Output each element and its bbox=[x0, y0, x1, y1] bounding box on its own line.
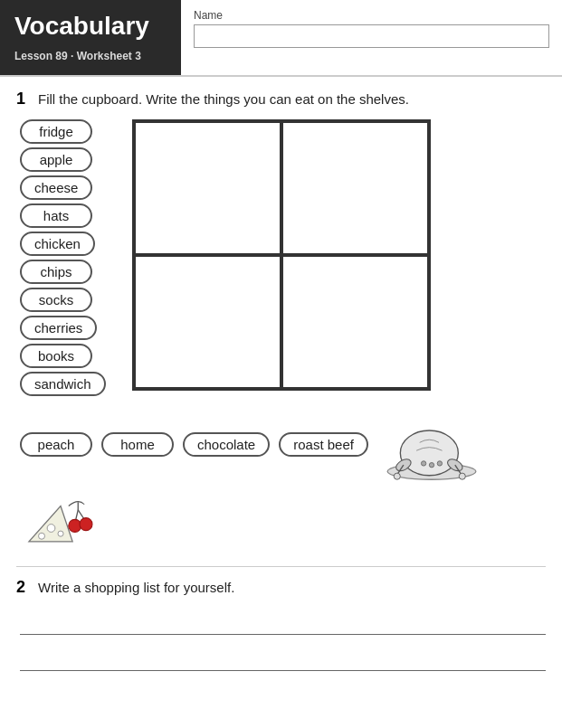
svg-point-10 bbox=[437, 461, 442, 466]
word-pill-chocolate: chocolate bbox=[183, 432, 270, 457]
word-pill-roast-beef: roast beef bbox=[279, 432, 368, 457]
question-2-header: 2 Write a shopping list for yourself. bbox=[16, 578, 546, 597]
q2-number: 2 bbox=[16, 578, 33, 597]
svg-point-4 bbox=[394, 473, 400, 479]
svg-point-9 bbox=[429, 462, 433, 467]
word-pill-books: books bbox=[20, 344, 92, 368]
page-title: Vocabulary bbox=[14, 13, 167, 41]
q1-number: 1 bbox=[16, 90, 33, 109]
header-right: Name bbox=[181, 0, 562, 75]
word-pill-apple: apple bbox=[20, 147, 92, 172]
word-pill-hats: hats bbox=[20, 203, 92, 228]
word-pill-peach: peach bbox=[20, 432, 92, 457]
word-pill-home: home bbox=[101, 432, 174, 457]
word-pill-chicken: chicken bbox=[20, 232, 95, 256]
name-input[interactable] bbox=[194, 24, 549, 48]
word-pill-fridge: fridge bbox=[20, 119, 92, 144]
word-pill-cherries: cherries bbox=[20, 316, 97, 340]
svg-point-8 bbox=[421, 461, 425, 466]
cupboard-grid bbox=[132, 119, 431, 391]
svg-point-12 bbox=[47, 524, 55, 532]
q1-text: Fill the cupboard. Write the things you … bbox=[38, 90, 409, 109]
cupboard-cell-bl[interactable] bbox=[134, 255, 281, 389]
svg-point-13 bbox=[39, 533, 45, 539]
page: Vocabulary Lesson 89 · Worksheet 3 Name … bbox=[0, 0, 562, 728]
write-line-1[interactable] bbox=[20, 608, 546, 635]
q1-body: fridge apple cheese hats chicken chips s… bbox=[20, 119, 546, 396]
bottom-words-row: peach home chocolate roast beef bbox=[20, 409, 546, 553]
svg-point-18 bbox=[69, 519, 81, 532]
section-divider bbox=[16, 566, 546, 567]
header: Vocabulary Lesson 89 · Worksheet 3 Name bbox=[0, 0, 562, 77]
name-label: Name bbox=[194, 9, 549, 22]
word-pill-cheese: cheese bbox=[20, 175, 92, 200]
svg-point-19 bbox=[80, 517, 92, 530]
svg-point-14 bbox=[58, 531, 63, 536]
chicken-illustration bbox=[377, 409, 486, 481]
cupboard-cell-tl[interactable] bbox=[134, 121, 281, 255]
svg-marker-11 bbox=[29, 506, 72, 541]
cheese-cherries-illustration bbox=[20, 490, 101, 553]
question-1-header: 1 Fill the cupboard. Write the things yo… bbox=[16, 90, 546, 109]
word-pill-socks: socks bbox=[20, 288, 92, 312]
svg-point-7 bbox=[459, 473, 465, 479]
svg-point-1 bbox=[400, 430, 458, 476]
write-line-2[interactable] bbox=[20, 644, 546, 671]
main-content: 1 Fill the cupboard. Write the things yo… bbox=[0, 77, 562, 728]
word-pill-chips: chips bbox=[20, 260, 92, 284]
cupboard-cell-br[interactable] bbox=[281, 255, 429, 389]
header-left: Vocabulary Lesson 89 · Worksheet 3 bbox=[0, 0, 181, 75]
cupboard-cell-tr[interactable] bbox=[281, 121, 429, 255]
lesson-subtitle: Lesson 89 · Worksheet 3 bbox=[14, 50, 167, 68]
word-pill-sandwich: sandwich bbox=[20, 372, 106, 396]
q2-text: Write a shopping list for yourself. bbox=[38, 578, 234, 597]
word-list: fridge apple cheese hats chicken chips s… bbox=[20, 119, 119, 396]
q2-body bbox=[20, 608, 546, 671]
